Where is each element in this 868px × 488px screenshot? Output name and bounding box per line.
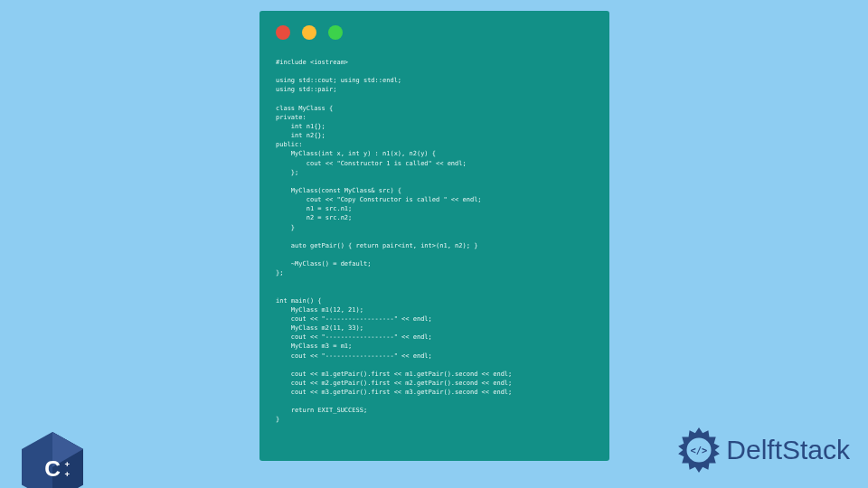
svg-text:+: + bbox=[65, 459, 71, 469]
svg-text:+: + bbox=[65, 469, 71, 479]
window-traffic-lights bbox=[276, 25, 593, 40]
cpp-text: C bbox=[44, 456, 61, 481]
delftstack-logo: </> DelftStack bbox=[675, 427, 850, 474]
code-block: #include <iostream> using std::cout; usi… bbox=[276, 58, 593, 425]
cpp-badge-icon: C + + bbox=[22, 432, 83, 488]
close-icon bbox=[276, 25, 290, 40]
code-editor-window: #include <iostream> using std::cout; usi… bbox=[259, 11, 609, 461]
minimize-icon bbox=[302, 25, 316, 40]
maximize-icon bbox=[328, 25, 343, 40]
svg-text:</>: </> bbox=[691, 445, 708, 455]
hexagon-icon: C + + bbox=[22, 432, 83, 488]
gear-icon: </> bbox=[675, 427, 722, 474]
brand-name: DelftStack bbox=[726, 435, 850, 465]
